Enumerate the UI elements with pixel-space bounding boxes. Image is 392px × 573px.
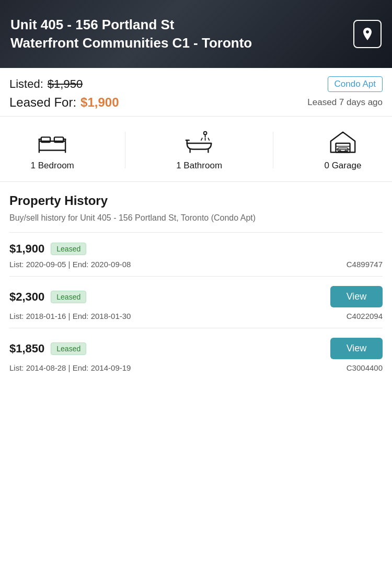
history-item-1: $1,900 Leased List: 2020-09-05 | End: 20…: [9, 232, 383, 276]
view-button-2[interactable]: View: [330, 286, 383, 307]
listed-row: Listed: $1,950 Condo Apt: [9, 76, 383, 92]
garage-label: 0 Garage: [324, 161, 361, 171]
history-price-1: $1,900: [9, 242, 44, 256]
history-item-1-top: $1,900 Leased: [9, 242, 383, 256]
garage-feature: 0 Garage: [324, 129, 361, 171]
feature-divider-1: [125, 132, 125, 168]
history-item-3-left: $1,850 Leased: [9, 342, 86, 356]
map-icon-button[interactable]: [353, 20, 382, 48]
history-item-3-top: $1,850 Leased View: [9, 338, 383, 359]
history-title: Property History: [9, 193, 383, 208]
leased-days-ago: Leased 7 days ago: [307, 97, 383, 108]
svg-line-13: [209, 138, 210, 140]
bed-icon: [37, 129, 68, 155]
bath-icon: [183, 129, 215, 155]
bathroom-feature: 1 Bathroom: [176, 129, 222, 171]
leased-badge-2: Leased: [51, 291, 86, 303]
listed-label: Listed:: [9, 77, 43, 91]
features-section: 1 Bedroom 1 Ba: [0, 117, 392, 182]
history-item-2-top: $2,300 Leased View: [9, 286, 383, 307]
history-item-3-bottom: List: 2014-08-28 | End: 2014-09-19 C3004…: [9, 363, 383, 372]
bathroom-label: 1 Bathroom: [176, 161, 222, 171]
header-section: Unit 405 - 156 Portland St Waterfront Co…: [0, 0, 392, 68]
bedroom-label: 1 Bedroom: [31, 161, 74, 171]
history-id-1: C4899747: [347, 260, 383, 269]
history-item-2: $2,300 Leased View List: 2018-01-16 | En…: [9, 276, 383, 328]
listed-price: $1,950: [48, 77, 83, 91]
garage-icon: [327, 129, 359, 155]
view-button-3[interactable]: View: [330, 338, 383, 359]
area-title: Waterfront Communities C1 - Toronto: [10, 34, 347, 52]
leased-row: Leased For: $1,900 Leased 7 days ago: [9, 95, 383, 110]
unit-title: Unit 405 - 156 Portland St: [10, 16, 347, 34]
svg-line-11: [201, 138, 202, 140]
history-item-3: $1,850 Leased View List: 2014-08-28 | En…: [9, 328, 383, 380]
price-section: Listed: $1,950 Condo Apt Leased For: $1,…: [0, 68, 392, 117]
history-item-1-left: $1,900 Leased: [9, 242, 86, 256]
history-dates-2: List: 2018-01-16 | End: 2018-01-30: [9, 312, 131, 320]
history-item-2-left: $2,300 Leased: [9, 290, 86, 304]
leased-badge-3: Leased: [51, 342, 86, 355]
history-dates-1: List: 2020-09-05 | End: 2020-09-08: [9, 260, 131, 269]
leased-for-label: Leased For:: [9, 95, 76, 110]
history-price-3: $1,850: [9, 342, 44, 356]
feature-divider-2: [273, 132, 273, 168]
condo-badge: Condo Apt: [328, 76, 383, 92]
bedroom-feature: 1 Bedroom: [31, 129, 74, 171]
leased-badge-1: Leased: [51, 243, 86, 255]
header-text: Unit 405 - 156 Portland St Waterfront Co…: [10, 16, 347, 52]
history-id-3: C3004400: [347, 363, 383, 372]
history-dates-3: List: 2014-08-28 | End: 2014-09-19: [9, 363, 131, 372]
property-history-section: Property History Buy/sell history for Un…: [0, 182, 392, 385]
map-icon: [359, 26, 376, 42]
history-subtitle: Buy/sell history for Unit 405 - 156 Port…: [9, 212, 383, 224]
history-item-2-bottom: List: 2018-01-16 | End: 2018-01-30 C4022…: [9, 312, 383, 320]
history-id-2: C4022094: [347, 312, 383, 320]
leased-for-price: $1,900: [80, 95, 119, 110]
history-item-1-bottom: List: 2020-09-05 | End: 2020-09-08 C4899…: [9, 260, 383, 269]
history-price-2: $2,300: [9, 290, 44, 304]
